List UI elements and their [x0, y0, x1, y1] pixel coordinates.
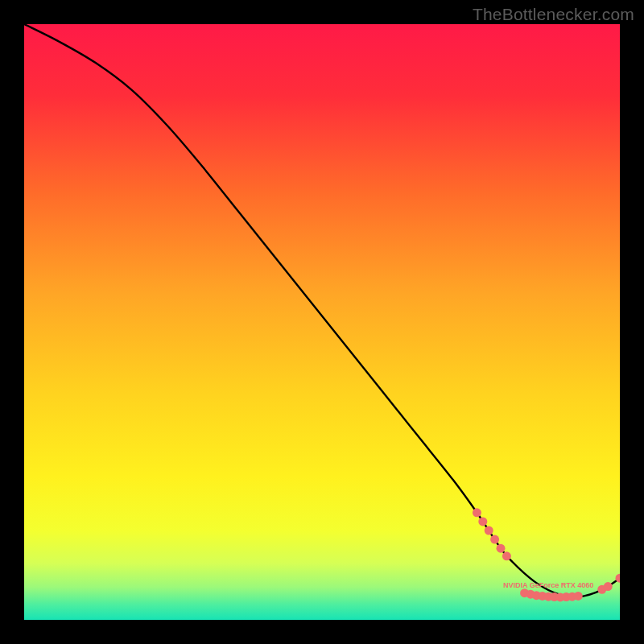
- marker-dot: [502, 551, 511, 560]
- chart-background: [24, 24, 620, 620]
- marker-dot: [574, 592, 583, 601]
- marker-dot: [473, 508, 481, 517]
- chart-svg: NVIDIA GeForce RTX 4060: [24, 24, 620, 620]
- marker-dot: [604, 582, 613, 591]
- marker-dot: [478, 517, 487, 526]
- marker-dot: [497, 544, 506, 553]
- chart-annotation: NVIDIA GeForce RTX 4060: [503, 581, 593, 589]
- chart-stage: NVIDIA GeForce RTX 4060 TheBottlenecker.…: [0, 0, 644, 644]
- marker-dot: [485, 526, 493, 535]
- watermark-text: TheBottlenecker.com: [473, 5, 634, 24]
- chart-plot-area: NVIDIA GeForce RTX 4060: [24, 24, 620, 620]
- marker-dot: [490, 535, 499, 544]
